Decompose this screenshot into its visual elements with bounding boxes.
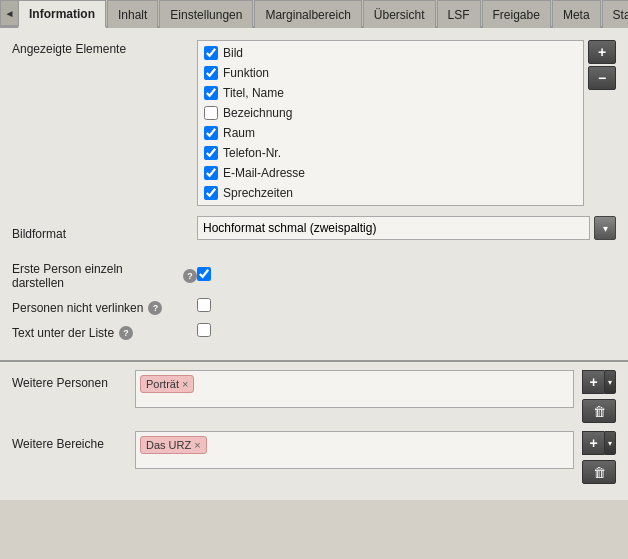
- tag-das-urz: Das URZ ×: [140, 436, 207, 454]
- text-unter-label: Text unter der Liste: [12, 326, 114, 340]
- bildformat-label: Bildformat: [12, 225, 197, 241]
- add-element-button[interactable]: +: [588, 40, 616, 64]
- tab-information[interactable]: Information: [18, 0, 106, 28]
- weitere-personen-delete-button[interactable]: 🗑: [582, 399, 616, 423]
- erste-person-label: Erste Person einzeln darstellen: [12, 262, 178, 290]
- text-unter-checkbox[interactable]: [197, 323, 211, 337]
- tab-statistik[interactable]: Statistik: [602, 0, 628, 28]
- angezeigte-elemente-list: Bild Funktion Titel, Name Bezeichnung Ra…: [197, 40, 584, 206]
- checkbox-telefon[interactable]: Telefon-Nr.: [198, 143, 583, 163]
- weitere-bereiche-section: Weitere Bereiche Das URZ × + ▾ 🗑: [12, 431, 616, 484]
- checkbox-email[interactable]: E-Mail-Adresse: [198, 163, 583, 183]
- personen-nicht-label: Personen nicht verlinken: [12, 301, 143, 315]
- checkbox-titel-name[interactable]: Titel, Name: [198, 83, 583, 103]
- tab-inhalt[interactable]: Inhalt: [107, 0, 158, 28]
- tab-freigabe[interactable]: Freigabe: [482, 0, 551, 28]
- tab-lsf[interactable]: LSF: [437, 0, 481, 28]
- weitere-personen-section: Weitere Personen Porträt × + ▾ 🗑: [12, 370, 616, 423]
- text-unter-help-icon[interactable]: ?: [119, 326, 133, 340]
- weitere-personen-input-area: Porträt ×: [135, 370, 574, 408]
- remove-element-button[interactable]: −: [588, 66, 616, 90]
- tab-meta[interactable]: Meta: [552, 0, 601, 28]
- weitere-personen-tag-container[interactable]: Porträt ×: [135, 370, 574, 408]
- checkbox-sprechzeiten[interactable]: Sprechzeiten: [198, 183, 583, 203]
- tag-portraet-close[interactable]: ×: [182, 379, 188, 390]
- list-buttons: + −: [588, 40, 616, 90]
- weitere-bereiche-delete-button[interactable]: 🗑: [582, 460, 616, 484]
- tag-das-urz-close[interactable]: ×: [194, 440, 200, 451]
- weitere-bereiche-buttons: + ▾ 🗑: [582, 431, 616, 484]
- weitere-bereiche-input-area: Das URZ ×: [135, 431, 574, 469]
- bildformat-dropdown-arrow[interactable]: ▾: [594, 216, 616, 240]
- weitere-bereiche-tag-container[interactable]: Das URZ ×: [135, 431, 574, 469]
- tab-bar: ◄ Information Inhalt Einstellungen Margi…: [0, 0, 628, 28]
- bildformat-select[interactable]: Hochformat schmal (zweispaltig) Querform…: [197, 216, 590, 240]
- tab-einstellungen[interactable]: Einstellungen: [159, 0, 253, 28]
- tag-portraet: Porträt ×: [140, 375, 194, 393]
- weitere-bereiche-add-button[interactable]: + ▾: [582, 431, 616, 455]
- personen-nicht-checkbox[interactable]: [197, 298, 211, 312]
- tab-marginalbereich[interactable]: Marginalbereich: [254, 0, 361, 28]
- personen-nicht-help-icon[interactable]: ?: [148, 301, 162, 315]
- angezeigte-elemente-label: Angezeigte Elemente: [12, 40, 197, 56]
- tab-ubersicht[interactable]: Übersicht: [363, 0, 436, 28]
- erste-person-help-icon[interactable]: ?: [183, 269, 197, 283]
- tab-nav-back[interactable]: ◄: [0, 0, 18, 26]
- checkbox-raum[interactable]: Raum: [198, 123, 583, 143]
- weitere-personen-label: Weitere Personen: [12, 370, 127, 390]
- weitere-personen-add-button[interactable]: + ▾: [582, 370, 616, 394]
- weitere-bereiche-label: Weitere Bereiche: [12, 431, 127, 451]
- checkbox-bezeichnung[interactable]: Bezeichnung: [198, 103, 583, 123]
- checkbox-bild[interactable]: Bild: [198, 43, 583, 63]
- erste-person-checkbox[interactable]: [197, 267, 211, 281]
- weitere-personen-buttons: + ▾ 🗑: [582, 370, 616, 423]
- checkbox-funktion[interactable]: Funktion: [198, 63, 583, 83]
